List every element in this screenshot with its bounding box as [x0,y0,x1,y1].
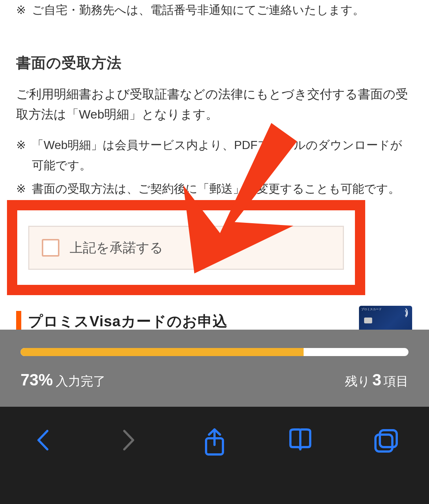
section-notes: ※ 「Web明細」は会員サービス内より、PDFファイルのダウンロードが可能です。… [16,135,413,199]
progress-remaining-label: 残り 3 項目 [345,371,408,390]
progress-track [21,348,408,356]
contactless-icon [400,308,409,317]
tabs-icon [373,427,400,454]
progress-remaining-prefix: 残り [345,373,370,390]
progress-complete-label: 73% 入力完了 [21,371,106,390]
consent-label: 上記を承諾する [70,239,163,257]
progress-remaining-suffix: 項目 [384,373,408,390]
chevron-left-icon [34,427,52,453]
svg-rect-3 [375,435,392,452]
tabs-button[interactable] [370,427,403,454]
section-note: ※ 書面の受取方法は、ご契約後に「郵送」に変更することも可能です。 [16,179,413,199]
top-note-text: ご自宅・勤務先へは、電話番号非通知にてご連絡いたします。 [32,0,364,20]
consent-row[interactable]: 上記を承諾する [28,226,344,270]
browser-toolbar [0,407,429,504]
bookmarks-button[interactable] [284,427,317,453]
visa-title: プロミスVisaカードのお申込 [28,311,228,331]
share-icon [202,427,227,457]
consent-checkbox[interactable] [42,239,59,257]
forward-button [112,427,145,453]
book-icon [287,427,314,453]
top-note: ※ ご自宅・勤務先へは、電話番号非通知にてご連絡いたします。 [16,0,413,20]
note-mark: ※ [16,179,26,199]
progress-complete-suffix: 入力完了 [56,373,106,390]
section-note-text: 書面の受取方法は、ご契約後に「郵送」に変更することも可能です。 [32,179,413,199]
progress-footer: 73% 入力完了 残り 3 項目 [0,330,429,407]
card-top-label: プロミスカード [361,307,382,311]
svg-rect-2 [380,430,397,447]
section-note-text: 「Web明細」は会員サービス内より、PDFファイルのダウンロードが可能です。 [32,135,413,175]
note-mark: ※ [16,135,26,175]
back-button[interactable] [26,427,59,453]
progress-remaining-count: 3 [373,371,381,389]
progress-percent: 73% [21,371,53,389]
section-note: ※ 「Web明細」は会員サービス内より、PDFファイルのダウンロードが可能です。 [16,135,413,175]
annotation-highlight-box: 上記を承諾する [7,200,365,295]
section-body: ご利用明細書および受取証書などの法律にもとづき交付する書面の受取方法は「Web明… [16,84,413,124]
section-heading: 書面の受取方法 [16,53,413,73]
note-mark: ※ [16,0,26,20]
card-chip-icon [364,318,372,323]
chevron-right-icon [120,427,138,453]
progress-fill [21,348,304,356]
share-button[interactable] [198,427,231,457]
accent-bar [16,311,21,331]
